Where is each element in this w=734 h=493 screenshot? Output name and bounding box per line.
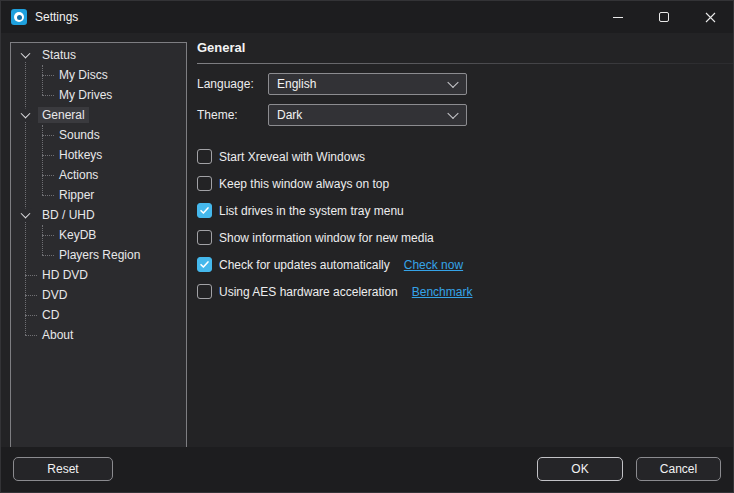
app-eye-icon — [11, 9, 27, 25]
checkbox[interactable] — [197, 176, 212, 191]
language-dropdown[interactable]: English — [268, 73, 467, 95]
tree-item-status[interactable]: Status — [11, 45, 186, 65]
tree-item-about[interactable]: About — [11, 325, 186, 345]
ok-button[interactable]: OK — [537, 457, 623, 481]
maximize-icon — [659, 12, 669, 22]
tree-item-my-drives[interactable]: My Drives — [11, 85, 186, 105]
option-auto-updates: Check for updates automatically Check no… — [197, 251, 727, 278]
chevron-down-icon[interactable] — [19, 109, 32, 122]
caption-buttons — [595, 1, 733, 33]
settings-window: Settings — [0, 0, 734, 493]
tree-item-bd-uhd[interactable]: BD / UHD — [11, 205, 186, 225]
window-title: Settings — [35, 1, 78, 33]
option-always-on-top: Keep this window always on top — [197, 170, 727, 197]
checkbox[interactable] — [197, 149, 212, 164]
tree-item-actions[interactable]: Actions — [11, 165, 186, 185]
tree-item-ripper[interactable]: Ripper — [11, 185, 186, 205]
page-title: General — [197, 40, 245, 55]
language-value: English — [277, 77, 316, 91]
close-icon — [705, 12, 716, 23]
benchmark-link[interactable]: Benchmark — [412, 285, 473, 299]
minimize-icon — [613, 17, 623, 18]
chevron-down-icon — [447, 77, 458, 88]
chevron-down-icon — [447, 108, 458, 119]
client-area: Status My Discs My Drives General Sounds — [1, 33, 733, 449]
language-label: Language: — [197, 77, 268, 91]
check-now-link[interactable]: Check now — [404, 258, 463, 272]
options-list: Start Xreveal with Windows Keep this win… — [197, 143, 727, 305]
tree-item-my-discs[interactable]: My Discs — [11, 65, 186, 85]
theme-field-row: Theme: Dark — [197, 104, 467, 126]
theme-dropdown[interactable]: Dark — [268, 104, 467, 126]
maximize-button[interactable] — [641, 1, 687, 33]
checkbox[interactable] — [197, 284, 212, 299]
tree-item-hd-dvd[interactable]: HD DVD — [11, 265, 186, 285]
chevron-down-icon[interactable] — [19, 209, 32, 222]
option-tray-drives: List drives in the system tray menu — [197, 197, 727, 224]
eye-pupil-icon — [17, 15, 22, 20]
cancel-button[interactable]: Cancel — [636, 457, 721, 481]
header-divider — [197, 63, 733, 64]
settings-tree: Status My Discs My Drives General Sounds — [10, 42, 187, 448]
tree-item-sounds[interactable]: Sounds — [11, 125, 186, 145]
tree-item-players-region[interactable]: Players Region — [11, 245, 186, 265]
tree-item-cd[interactable]: CD — [11, 305, 186, 325]
reset-button[interactable]: Reset — [13, 457, 113, 481]
minimize-button[interactable] — [595, 1, 641, 33]
chevron-down-icon[interactable] — [19, 49, 32, 62]
tree-item-general[interactable]: General — [11, 105, 186, 125]
tree-item-keydb[interactable]: KeyDB — [11, 225, 186, 245]
tree-item-dvd[interactable]: DVD — [11, 285, 186, 305]
checkbox[interactable] — [197, 257, 212, 272]
tree-item-hotkeys[interactable]: Hotkeys — [11, 145, 186, 165]
theme-label: Theme: — [197, 108, 268, 122]
checkbox[interactable] — [197, 203, 212, 218]
titlebar: Settings — [1, 1, 733, 33]
checkbox[interactable] — [197, 230, 212, 245]
option-aes-acceleration: Using AES hardware acceleration Benchmar… — [197, 278, 727, 305]
option-start-with-windows: Start Xreveal with Windows — [197, 143, 727, 170]
language-field-row: Language: English — [197, 73, 467, 95]
theme-value: Dark — [277, 108, 302, 122]
close-button[interactable] — [687, 1, 733, 33]
eye-ring-icon — [14, 12, 24, 22]
option-info-window: Show information window for new media — [197, 224, 727, 251]
footer-bar: Reset OK Cancel — [1, 447, 733, 492]
general-settings-pane: General Language: English Theme: Dark — [188, 33, 733, 448]
